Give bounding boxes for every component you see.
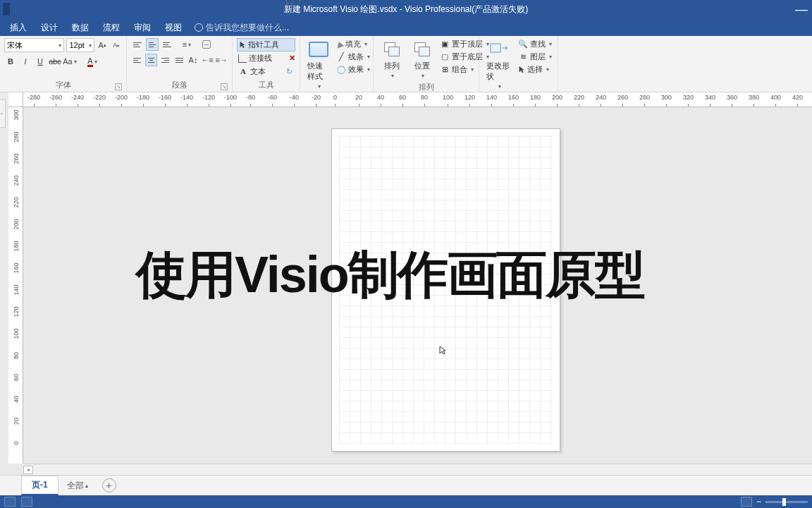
hruler-tick: 360 — [727, 92, 737, 107]
select-button[interactable]: 选择▾ — [517, 64, 553, 75]
sheet-tab-page1[interactable]: 页-1 — [21, 476, 59, 495]
hruler-tick: 100 — [443, 92, 453, 107]
hruler-tick: 220 — [574, 92, 584, 107]
add-page-button[interactable]: + — [102, 478, 116, 492]
hruler-tick: 200 — [552, 92, 562, 107]
tab-view[interactable]: 视图 — [158, 19, 189, 36]
lightbulb-icon — [195, 23, 203, 32]
hruler-tick: 120 — [465, 92, 475, 107]
position-button[interactable]: 位置 ▾ — [408, 38, 436, 80]
tab-insert[interactable]: 插入 — [3, 19, 34, 36]
underline-button[interactable]: U — [34, 55, 47, 68]
rectangle-tool-button[interactable] — [283, 0, 296, 7]
decrease-indent-button[interactable]: ←≡ — [201, 54, 213, 66]
bold-button[interactable]: B — [4, 55, 17, 68]
increase-font-button[interactable]: A▴ — [97, 39, 109, 52]
align-center-button[interactable] — [145, 54, 157, 66]
align-top-button[interactable] — [131, 38, 144, 51]
italic-button[interactable]: I — [19, 55, 32, 68]
fill-button[interactable]: 填充▾ — [335, 38, 371, 50]
font-name-dropdown[interactable]: 宋体▾ — [4, 38, 64, 52]
minimize-button[interactable]: — — [791, 0, 812, 19]
strikethrough-button[interactable]: abc — [49, 55, 61, 68]
shapes-pane-toggle[interactable]: ‹ — [0, 99, 6, 128]
vruler-tick: 260 — [8, 155, 23, 162]
line-icon: ╱ — [336, 52, 346, 62]
window-title: 新建 Microsoft Visio 绘图.vsdx - Visio Profe… — [284, 4, 528, 14]
font-dialog-launcher[interactable]: ↘ — [115, 83, 122, 90]
hruler-tick: 80 — [421, 92, 428, 107]
align-bottom-button[interactable] — [161, 38, 173, 51]
svg-rect-0 — [491, 44, 500, 52]
vertical-ruler[interactable]: 3002802602402202001801601401201008060402… — [8, 107, 23, 464]
bring-front-icon: ▣ — [440, 40, 450, 49]
vruler-tick: 100 — [8, 330, 23, 337]
hruler-tick: 240 — [596, 92, 606, 107]
vruler-tick: 240 — [8, 177, 23, 184]
layers-button[interactable]: ≋图层▾ — [517, 51, 553, 63]
hruler-tick: 140 — [486, 92, 497, 107]
rotate-tool-button[interactable]: ↻ — [283, 65, 295, 78]
tab-review[interactable]: 审阅 — [127, 19, 158, 36]
font-size-dropdown[interactable]: 12pt▾ — [66, 38, 94, 52]
find-button[interactable]: 🔍查找▾ — [517, 38, 553, 50]
group-font: 宋体▾ 12pt▾ A▴ A▾ B I U abc Aa▾ A▾ 字体↘ — [0, 36, 127, 92]
scroll-left-button[interactable]: ◂ — [23, 466, 33, 474]
zoom-out-button[interactable]: − — [756, 497, 761, 507]
title-bar: 新建 Microsoft Visio 绘图.vsdx - Visio Profe… — [0, 0, 812, 19]
hruler-tick: 400 — [770, 92, 781, 107]
select-icon — [518, 66, 525, 74]
line-button[interactable]: ╱线条▾ — [335, 51, 371, 63]
sheet-tab-all[interactable]: 全部 ▴ — [60, 477, 95, 495]
status-button-2[interactable] — [21, 497, 32, 507]
tell-me-search[interactable]: 告诉我您想要做什么... — [195, 22, 289, 34]
canvas[interactable]: 使用Visio制作画面原型 — [23, 107, 812, 464]
pointer-icon — [239, 41, 246, 49]
hruler-tick: -100 — [224, 92, 237, 107]
presentation-mode-button[interactable] — [741, 497, 752, 507]
file-menu-button[interactable] — [3, 3, 10, 16]
text-direction-button[interactable]: A↕ — [187, 54, 199, 66]
hruler-tick: -280 — [27, 92, 40, 107]
status-button-1[interactable] — [4, 497, 16, 507]
pointer-tool-button[interactable]: 指针工具 — [237, 38, 295, 52]
vruler-tick: 80 — [8, 352, 23, 359]
hruler-tick: 320 — [683, 92, 694, 107]
hruler-tick: -180 — [137, 92, 149, 107]
vruler-tick: 140 — [8, 286, 23, 294]
horizontal-scrollbar[interactable]: ◂ — [23, 464, 812, 475]
fill-icon — [336, 40, 344, 48]
bullets-button[interactable]: ≡▾ — [180, 38, 193, 51]
arrange-button[interactable]: 排列 ▾ — [378, 38, 406, 80]
horizontal-ruler[interactable]: -280-260-240-220-200-180-160-140-120-100… — [23, 92, 812, 107]
hruler-tick: 180 — [530, 92, 541, 107]
shape-tool-dropdown[interactable]: ▾ — [298, 0, 301, 4]
delete-connector-icon[interactable]: ✕ — [289, 54, 295, 63]
decrease-font-button[interactable]: A▾ — [110, 39, 122, 52]
hruler-tick: -40 — [290, 92, 299, 107]
tab-process[interactable]: 流程 — [96, 19, 127, 36]
change-case-button[interactable]: Aa▾ — [63, 55, 76, 68]
effects-button[interactable]: ◯效果▾ — [335, 64, 371, 75]
vruler-tick: 300 — [8, 111, 23, 119]
clear-formatting-button[interactable] — [200, 38, 213, 51]
tab-design[interactable]: 设计 — [34, 19, 65, 36]
hruler-tick: -260 — [49, 92, 62, 107]
paragraph-dialog-launcher[interactable]: ↘ — [221, 83, 228, 90]
connector-tool-button[interactable]: 连接线 — [237, 52, 287, 64]
align-middle-button[interactable] — [146, 38, 159, 51]
align-right-button[interactable] — [159, 54, 171, 66]
align-left-button[interactable] — [131, 54, 143, 66]
shape-style-icon — [309, 42, 328, 57]
change-shape-button[interactable]: 更改形状 ▾ — [484, 38, 515, 91]
justify-button[interactable] — [173, 54, 185, 66]
hruler-tick: 280 — [639, 92, 650, 107]
tab-data[interactable]: 数据 — [65, 19, 96, 36]
vruler-tick: 180 — [8, 243, 23, 250]
increase-indent-button[interactable]: ≡→ — [216, 54, 228, 66]
quick-styles-button[interactable]: 快速样式 ▾ — [304, 38, 333, 91]
font-color-button[interactable]: A▾ — [86, 55, 99, 68]
text-tool-button[interactable]: A 文本 — [237, 66, 281, 78]
position-icon — [413, 41, 431, 58]
zoom-slider[interactable] — [765, 501, 808, 503]
